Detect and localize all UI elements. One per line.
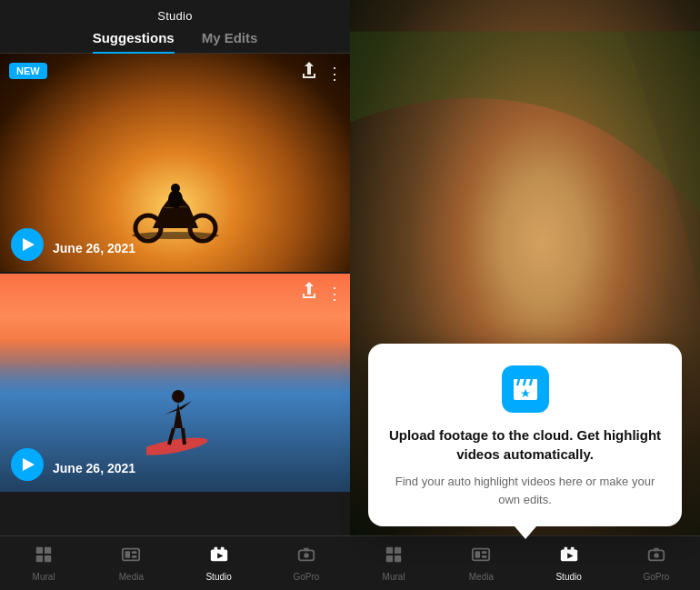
popup-description: Find your auto highlight videos here or … xyxy=(386,473,664,508)
nav-mural-left[interactable]: Mural xyxy=(0,545,87,582)
tab-suggestions[interactable]: Suggestions xyxy=(93,30,175,53)
svg-rect-27 xyxy=(386,547,393,554)
svg-rect-32 xyxy=(475,551,481,557)
svg-rect-36 xyxy=(564,547,567,551)
card-actions-1: ⋮ xyxy=(301,61,343,85)
surfer-silhouette xyxy=(146,346,219,455)
svg-point-21 xyxy=(304,553,309,558)
video-date-1: June 26, 2021 xyxy=(53,241,135,255)
svg-rect-12 xyxy=(125,551,131,557)
video-thumbnail-1 xyxy=(0,54,350,272)
svg-rect-13 xyxy=(132,551,137,554)
svg-rect-34 xyxy=(482,555,487,558)
media-label-right: Media xyxy=(469,572,494,582)
svg-rect-20 xyxy=(304,548,309,552)
clapboard-icon-container xyxy=(502,365,549,413)
video-card-1[interactable]: NEW ⋮ June 26, 2021 xyxy=(0,54,350,272)
app-title: Studio xyxy=(0,0,350,23)
video-date-2: June 26, 2021 xyxy=(53,461,135,475)
play-button-1[interactable] xyxy=(11,228,44,261)
clapboard-icon xyxy=(512,376,539,402)
share-icon-1 xyxy=(301,61,317,81)
svg-rect-9 xyxy=(36,555,43,562)
studio-label-right: Studio xyxy=(555,572,581,582)
svg-rect-33 xyxy=(482,551,487,554)
mural-label-left: Mural xyxy=(33,572,55,582)
mural-label-right: Mural xyxy=(383,572,405,582)
share-button-1[interactable] xyxy=(301,61,317,85)
gopro-icon-left xyxy=(296,545,316,569)
nav-mural-right[interactable]: Mural xyxy=(350,545,437,582)
new-badge: NEW xyxy=(9,63,47,79)
svg-rect-8 xyxy=(45,547,51,554)
studio-label-left: Studio xyxy=(205,572,231,582)
svg-rect-10 xyxy=(45,555,51,562)
nav-gopro-left[interactable]: GoPro xyxy=(263,545,350,582)
motorcycle-silhouette xyxy=(130,181,221,245)
share-icon-2 xyxy=(301,281,317,301)
popup-title: Upload footage to the cloud. Get highlig… xyxy=(386,425,664,464)
play-icon-2 xyxy=(23,458,35,471)
play-button-2[interactable] xyxy=(11,448,44,481)
media-icon-right xyxy=(471,545,491,569)
share-button-2[interactable] xyxy=(301,281,317,305)
gopro-label-right: GoPro xyxy=(643,572,669,582)
video-card-2[interactable]: ⋮ June 26, 2021 xyxy=(0,274,350,492)
svg-point-4 xyxy=(171,184,180,193)
video-thumbnail-2 xyxy=(0,274,350,492)
svg-rect-17 xyxy=(220,547,224,551)
tab-my-edits[interactable]: My Edits xyxy=(202,30,258,53)
svg-rect-40 xyxy=(654,548,659,552)
svg-rect-31 xyxy=(473,549,489,561)
upload-popup: Upload footage to the cloud. Get highlig… xyxy=(368,344,682,526)
nav-media-right[interactable]: Media xyxy=(437,545,525,582)
svg-rect-16 xyxy=(214,547,217,551)
bottom-nav-left: Mural Media St xyxy=(0,535,350,590)
nav-gopro-right[interactable]: GoPro xyxy=(613,545,700,582)
svg-point-6 xyxy=(172,390,185,403)
svg-rect-29 xyxy=(386,555,393,562)
svg-rect-11 xyxy=(123,549,139,561)
right-panel: Upload footage to the cloud. Get highlig… xyxy=(350,0,700,590)
media-icon-left xyxy=(121,545,141,569)
svg-rect-28 xyxy=(395,547,401,554)
studio-icon-right xyxy=(559,545,579,569)
more-button-1[interactable]: ⋮ xyxy=(326,64,343,84)
bottom-nav-right: Mural Media St xyxy=(350,535,700,590)
nav-media-left[interactable]: Media xyxy=(87,545,175,582)
mural-icon-left xyxy=(34,545,54,569)
media-label-left: Media xyxy=(119,572,144,582)
svg-rect-37 xyxy=(570,547,574,551)
play-icon-1 xyxy=(23,238,35,251)
svg-point-41 xyxy=(654,553,659,558)
gopro-icon-right xyxy=(646,545,666,569)
svg-rect-30 xyxy=(395,555,401,562)
left-panel: Studio Suggestions My Edits xyxy=(0,0,350,590)
svg-rect-14 xyxy=(132,555,137,558)
gopro-label-left: GoPro xyxy=(293,572,319,582)
more-button-2[interactable]: ⋮ xyxy=(326,284,343,304)
nav-studio-right[interactable]: Studio xyxy=(525,545,613,582)
studio-icon-left xyxy=(209,545,229,569)
tab-bar: Suggestions My Edits xyxy=(0,23,350,54)
nav-studio-left[interactable]: Studio xyxy=(175,545,263,582)
mural-icon-right xyxy=(384,545,404,569)
svg-rect-7 xyxy=(36,547,43,554)
video-list: NEW ⋮ June 26, 2021 xyxy=(0,54,350,535)
svg-point-5 xyxy=(146,435,209,455)
svg-point-0 xyxy=(132,232,219,239)
card-actions-2: ⋮ xyxy=(301,281,343,305)
